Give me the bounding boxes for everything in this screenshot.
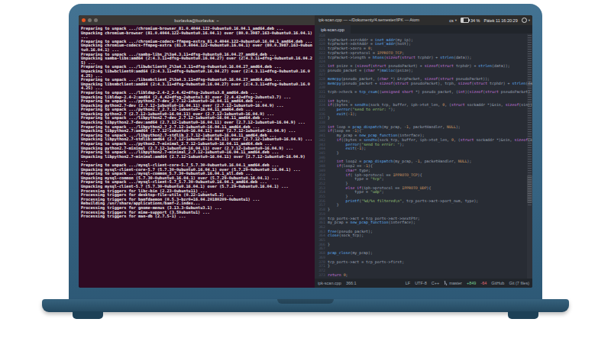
scene: ipk-scan.cpp — ~/Dokumenty/4.semester/IP… bbox=[0, 0, 611, 364]
status-grammar[interactable]: C++ bbox=[432, 281, 439, 285]
terminal-line: Processing triggers for man-db (2.7.5-1)… bbox=[81, 214, 312, 219]
code-area[interactable]: 318 319tcpPacket->srcAddr = inet_addr(my… bbox=[315, 34, 532, 279]
status-file[interactable]: ipk-scan.cpp bbox=[318, 281, 341, 285]
close-button[interactable] bbox=[82, 18, 86, 22]
minimize-button[interactable] bbox=[88, 18, 92, 22]
battery-icon bbox=[461, 18, 469, 23]
git-branch-icon bbox=[444, 280, 448, 286]
code-text: memcpy(pseudo_packet + sizeof(struct pse… bbox=[328, 82, 532, 86]
editor-tab-label: ipk-scan.cpp bbox=[321, 27, 344, 32]
chevron-down-icon: ▾ bbox=[529, 18, 530, 22]
code-text: pcap_close(my_pcap); bbox=[328, 251, 373, 256]
power-menu[interactable]: ▾ bbox=[522, 18, 530, 23]
atom-window-title: ipk-scan.cpp — ~/Dokumenty/4.semester/IP… bbox=[318, 15, 419, 25]
github-panel-toggle[interactable]: GitHub bbox=[491, 281, 504, 285]
laptop-base bbox=[42, 299, 569, 312]
terminal-titlebar[interactable]: borlavka@borlavka: ~ bbox=[79, 15, 315, 25]
chevron-down-icon: ▾ bbox=[455, 18, 457, 22]
git-branch[interactable]: master bbox=[444, 280, 462, 286]
code-rows: 318 319tcpPacket->srcAddr = inet_addr(my… bbox=[315, 34, 532, 277]
power-icon bbox=[522, 18, 527, 23]
code-text: pseudo_packet = (char *)malloc(psize); bbox=[328, 69, 413, 73]
editor-tab[interactable]: ipk-scan.cpp bbox=[315, 25, 351, 34]
terminal-title: borlavka@borlavka: ~ bbox=[174, 18, 218, 23]
terminal-line: Unpacking chromium-codecs-ffmpeg-extra (… bbox=[81, 43, 312, 52]
editor-tab-bar: ipk-scan.cpp bbox=[315, 25, 532, 34]
line-number: 373 bbox=[315, 273, 328, 278]
terminal-output[interactable]: Preparing to unpack .../chromium-browser… bbox=[79, 25, 315, 288]
keyboard-layout-indicator[interactable]: cs ▾ bbox=[449, 18, 457, 23]
code-text: printf("%d/%s filtered\n", tcp_ports->ac… bbox=[328, 199, 478, 204]
code-text: close(sock_tcp); bbox=[328, 234, 364, 238]
maximize-button[interactable] bbox=[94, 18, 98, 22]
git-diff-removed[interactable]: -64 bbox=[480, 281, 487, 285]
code-text: tcpPacket->length = htons(sizeof(struct … bbox=[328, 56, 472, 60]
code-line: 331tcph->check = tcp_csum((unsigned shor… bbox=[315, 90, 532, 95]
git-panel-toggle[interactable]: Git (7 files) bbox=[509, 281, 529, 285]
code-text: my_pcap = new_pcap_function(interface); bbox=[328, 221, 415, 225]
system-indicators: cs ▾ 34 % Pátek 11 16:20:29 ▾ bbox=[449, 15, 530, 25]
laptop-foot-left bbox=[73, 311, 103, 319]
laptop-foot-right bbox=[508, 311, 538, 319]
code-text: tcp_ports->act = tcp_ports->first; bbox=[328, 260, 404, 265]
git-diff-added[interactable]: +849 bbox=[467, 281, 476, 285]
laptop-lid: ipk-scan.cpp — ~/Dokumenty/4.semester/IP… bbox=[69, 4, 542, 299]
git-branch-label: master bbox=[449, 281, 462, 285]
minimap-scrollbar[interactable] bbox=[527, 176, 532, 203]
window-controls bbox=[82, 15, 98, 25]
status-encoding[interactable]: UTF-8 bbox=[415, 281, 427, 285]
clock-indicator[interactable]: Pátek 11 16:20:29 bbox=[483, 18, 517, 23]
editor-status-bar: ipk-scan.cpp 366:1 LF UTF-8 C++ mas bbox=[315, 279, 532, 288]
base-notch bbox=[277, 299, 334, 304]
screen: ipk-scan.cpp — ~/Dokumenty/4.semester/IP… bbox=[79, 15, 532, 288]
atom-editor: ipk-scan.cpp 318 319tcpPacket->srcAddr =… bbox=[315, 25, 532, 288]
code-text: return 0; bbox=[328, 273, 348, 278]
status-line-ending[interactable]: LF bbox=[406, 281, 410, 285]
code-text: exit(-1); bbox=[328, 112, 357, 117]
terminal-window: borlavka@borlavka: ~ Preparing to unpack… bbox=[79, 15, 315, 288]
code-text: tcph->check = tcp_csum((unsigned short *… bbox=[328, 90, 532, 95]
code-line: 373return 0; bbox=[315, 273, 532, 278]
code-line: 329memcpy(pseudo_packet + sizeof(struct … bbox=[315, 82, 532, 86]
status-right-group: LF UTF-8 C++ master +849 -64 bbox=[406, 280, 529, 286]
battery-percentage: 34 % bbox=[470, 18, 480, 23]
minimap[interactable] bbox=[527, 34, 532, 279]
keyboard-layout-label: cs bbox=[449, 18, 454, 23]
status-cursor-position[interactable]: 366:1 bbox=[346, 281, 357, 285]
battery-indicator[interactable]: 34 % bbox=[461, 18, 480, 23]
